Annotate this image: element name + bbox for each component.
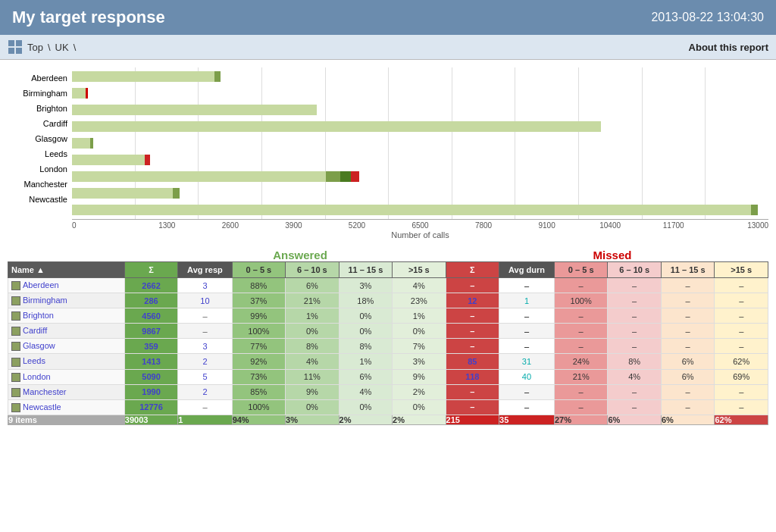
cell-ans_610: 0% bbox=[286, 399, 339, 415]
cell-mis_05: – bbox=[554, 399, 607, 415]
cell-mis_avg: – bbox=[499, 308, 555, 324]
cell-mis_1115: – bbox=[661, 399, 714, 415]
cell-mis_15p: 62% bbox=[715, 354, 768, 369]
cell-ans_610: 8% bbox=[286, 339, 339, 354]
cell-ans_avg: 3 bbox=[178, 278, 232, 293]
cell-ans_15p: 0% bbox=[393, 324, 446, 339]
page-header: My target response 2013-08-22 13:04:30 bbox=[0, 0, 776, 35]
cell-mis_avg: 31 bbox=[499, 354, 555, 369]
col-header-ans-610: 6 – 10 s bbox=[286, 262, 339, 278]
cell-ans_1115: 0% bbox=[339, 324, 392, 339]
cell-ans_05: 100% bbox=[232, 399, 285, 415]
footer-mis-sum: 215 bbox=[446, 415, 499, 424]
cell-ans_avg: 3 bbox=[178, 339, 232, 354]
cell-ans_05: 100% bbox=[232, 324, 285, 339]
table-row: Birmingham2861037%21%18%23%121100%––– bbox=[8, 293, 768, 308]
x-label-13000: 13000 bbox=[705, 221, 768, 230]
col-header-mis-610: 6 – 10 s bbox=[608, 262, 661, 278]
cell-ans_05: 88% bbox=[232, 278, 285, 293]
cell-name: Brighton bbox=[8, 308, 125, 324]
cell-mis_15p: – bbox=[715, 399, 768, 415]
footer-ans-sum: 39003 bbox=[124, 415, 177, 424]
cell-ans_05: 37% bbox=[232, 293, 285, 308]
bar-glasgow bbox=[72, 136, 768, 151]
breadcrumb-sep1: \ bbox=[48, 42, 51, 53]
cell-mis_sum: – bbox=[446, 308, 499, 324]
cell-mis_610: – bbox=[608, 278, 661, 293]
table-row: Manchester1990285%9%4%2%–––––– bbox=[8, 384, 768, 399]
cell-mis_1115: 6% bbox=[661, 354, 714, 369]
page-title: My target response bbox=[12, 8, 165, 27]
cell-ans_avg: – bbox=[178, 324, 232, 339]
cell-ans_1115: 3% bbox=[339, 278, 392, 293]
cell-ans_sum: 12776 bbox=[124, 399, 177, 415]
cell-name: Leeds bbox=[8, 354, 125, 369]
cell-mis_15p: – bbox=[715, 308, 768, 324]
footer-ans-1115: 2% bbox=[339, 415, 392, 424]
cell-ans_610: 11% bbox=[286, 369, 339, 384]
x-label-9100: 9100 bbox=[515, 221, 579, 230]
cell-ans_sum: 359 bbox=[124, 339, 177, 354]
cell-ans_sum: 2662 bbox=[124, 278, 177, 293]
cell-mis_610: 4% bbox=[608, 369, 661, 384]
cell-name: Aberdeen bbox=[8, 278, 125, 293]
bar-leeds bbox=[72, 152, 768, 167]
grid-icon bbox=[8, 39, 23, 55]
cell-mis_1115: – bbox=[661, 278, 714, 293]
col-header-mis-15p: >15 s bbox=[715, 262, 768, 278]
cell-name: Manchester bbox=[8, 384, 125, 399]
x-label-0: 0 bbox=[72, 221, 136, 230]
svg-rect-0 bbox=[8, 40, 14, 46]
svg-rect-2 bbox=[8, 48, 14, 54]
cell-mis_1115: – bbox=[661, 308, 714, 324]
cell-mis_1115: – bbox=[661, 339, 714, 354]
cell-ans_1115: 18% bbox=[339, 293, 392, 308]
col-header-mis-sum: Σ bbox=[446, 262, 499, 278]
cell-ans_15p: 9% bbox=[393, 369, 446, 384]
footer-mis-15p: 62% bbox=[715, 415, 768, 424]
cell-mis_15p: – bbox=[715, 339, 768, 354]
x-label-6500: 6500 bbox=[389, 221, 452, 230]
cell-mis_sum: – bbox=[446, 339, 499, 354]
about-report-link[interactable]: About this report bbox=[689, 42, 768, 53]
footer-ans-05: 94% bbox=[232, 415, 285, 424]
cell-ans_1115: 0% bbox=[339, 308, 392, 324]
chart-y-labels: Aberdeen Birmingham Brighton Cardiff Gla… bbox=[8, 67, 72, 220]
footer-ans-15p: 2% bbox=[393, 415, 446, 424]
section-headers: Answered Missed bbox=[8, 249, 768, 261]
breadcrumb-sep2: \ bbox=[74, 42, 77, 53]
cell-ans_1115: 1% bbox=[339, 354, 392, 369]
col-header-ans-avg: Avg resp bbox=[178, 262, 232, 278]
breadcrumb-uk[interactable]: UK bbox=[55, 42, 69, 53]
col-header-mis-05: 0 – 5 s bbox=[554, 262, 607, 278]
header-datetime: 2013-08-22 13:04:30 bbox=[651, 11, 764, 24]
x-label-5200: 5200 bbox=[325, 221, 389, 230]
bar-birmingham bbox=[72, 86, 768, 101]
cell-name: Cardiff bbox=[8, 324, 125, 339]
bar-cardiff bbox=[72, 119, 768, 134]
breadcrumb-top[interactable]: Top bbox=[27, 42, 43, 53]
cell-ans_05: 77% bbox=[232, 339, 285, 354]
cell-mis_610: – bbox=[608, 293, 661, 308]
col-header-name[interactable]: Name ▲ bbox=[8, 262, 125, 278]
cell-ans_15p: 4% bbox=[393, 278, 446, 293]
footer-ans-610: 3% bbox=[286, 415, 339, 424]
x-label-3900: 3900 bbox=[262, 221, 326, 230]
cell-ans_avg: – bbox=[178, 399, 232, 415]
col-header-ans-05: 0 – 5 s bbox=[232, 262, 285, 278]
cell-mis_610: – bbox=[608, 384, 661, 399]
cell-ans_avg: 5 bbox=[178, 369, 232, 384]
bar-aberdeen bbox=[72, 69, 768, 84]
cell-name: Newcastle bbox=[8, 399, 125, 415]
table-row: Glasgow359377%8%8%7%–––––– bbox=[8, 339, 768, 354]
footer-label: 9 items bbox=[8, 415, 125, 424]
cell-ans_sum: 5090 bbox=[124, 369, 177, 384]
cell-ans_15p: 2% bbox=[393, 384, 446, 399]
cell-ans_05: 73% bbox=[232, 369, 285, 384]
chart-label-glasgow: Glasgow bbox=[8, 131, 72, 146]
cell-mis_1115: – bbox=[661, 324, 714, 339]
cell-mis_sum: – bbox=[446, 278, 499, 293]
table-row: London5090573%11%6%9%1184021%4%6%69% bbox=[8, 369, 768, 384]
cell-ans_sum: 1990 bbox=[124, 384, 177, 399]
bar-newcastle bbox=[72, 202, 768, 217]
